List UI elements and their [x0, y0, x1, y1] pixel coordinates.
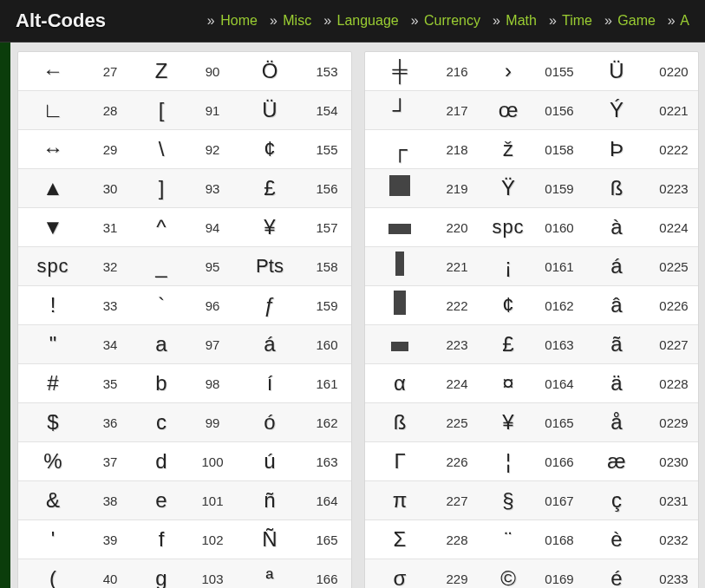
code-cell: 154	[304, 103, 349, 118]
code-cell: 0228	[651, 376, 696, 391]
glyph-cell: á	[235, 332, 304, 356]
code-cell: 95	[190, 259, 235, 274]
code-cell: 96	[190, 298, 235, 313]
glyph-cell: œ	[480, 98, 537, 122]
glyph-cell: ú	[235, 449, 304, 474]
code-cell: 100	[190, 454, 235, 469]
table-row: ┘217œ0156Ý0221	[365, 91, 698, 130]
glyph-cell: &	[18, 488, 88, 513]
code-cell: 229	[434, 572, 480, 586]
glyph-cell: ©	[480, 566, 537, 588]
table-row: 220spc0160à0224	[365, 208, 698, 247]
code-cell: 225	[434, 415, 480, 430]
glyph-cell: á	[582, 254, 651, 278]
code-cell: 0162	[537, 298, 582, 313]
glyph-cell: ¨	[480, 527, 537, 552]
code-cell: 99	[190, 415, 235, 430]
code-cell: 0226	[651, 298, 696, 313]
code-cell: 220	[434, 220, 480, 235]
glyph-cell: ∟	[18, 98, 88, 122]
table-row: $36c99ó162	[18, 403, 351, 442]
glyph-cell: $	[18, 410, 88, 434]
glyph-cell: Γ	[365, 449, 434, 474]
code-cell: 0220	[651, 64, 696, 79]
glyph-cell: π	[365, 488, 434, 513]
table-row: 221¡0161á0225	[365, 247, 698, 286]
code-cell: 30	[88, 181, 133, 196]
glyph-cell: "	[18, 332, 88, 356]
glyph-cell: ó	[235, 410, 304, 434]
code-cell: 90	[190, 64, 235, 79]
code-cell: 0224	[651, 220, 696, 235]
glyph-cell: !	[18, 293, 88, 317]
code-cell: 93	[190, 181, 235, 196]
glyph-cell: ƒ	[235, 293, 304, 317]
glyph-cell	[365, 215, 434, 239]
code-cell: 228	[434, 532, 480, 547]
glyph-cell: d	[133, 449, 190, 474]
glyph-cell: ä	[582, 371, 651, 395]
code-cell: 0160	[537, 220, 582, 235]
nav-link-home[interactable]: Home	[220, 13, 258, 28]
nav-link-currency[interactable]: Currency	[424, 13, 480, 28]
glyph-cell: ž	[480, 137, 537, 161]
glyph-cell: g	[133, 566, 190, 588]
alt-code-table-left: ←27Z90Ö153∟28[91Ü154↔29\92¢155▲30]93£156…	[17, 51, 352, 588]
table-row: α224¤0164ä0228	[365, 364, 698, 403]
code-cell: 219	[434, 181, 480, 196]
code-cell: 160	[304, 337, 349, 352]
glyph-cell: ß	[582, 176, 651, 200]
glyph-cell: Ÿ	[480, 176, 537, 200]
code-cell: 102	[190, 532, 235, 547]
glyph-cell: [	[133, 98, 190, 122]
glyph-cell: _	[133, 254, 190, 278]
code-cell: 36	[88, 415, 133, 430]
nav-link-more[interactable]: A	[680, 13, 689, 28]
glyph-cell: Ñ	[235, 527, 304, 552]
code-cell: 28	[88, 103, 133, 118]
code-cell: 103	[190, 572, 235, 586]
glyph-cell: £	[480, 332, 537, 356]
glyph-cell: '	[18, 527, 88, 552]
code-cell: 155	[304, 142, 349, 157]
topbar: Alt-Codes » Home» Misc» Language» Curren…	[0, 0, 705, 42]
code-cell: 29	[88, 142, 133, 157]
table-row: ↔29\92¢155	[18, 130, 351, 169]
table-row: "34a97á160	[18, 325, 351, 364]
table-row: Σ228¨0168è0232	[365, 520, 698, 559]
glyph-cell: £	[235, 176, 304, 200]
glyph-cell	[365, 291, 434, 320]
glyph-cell: σ	[365, 566, 434, 588]
glyph-cell: c	[133, 410, 190, 434]
code-cell: 222	[434, 298, 480, 313]
glyph-cell: ↔	[18, 137, 88, 161]
glyph-cell	[365, 175, 434, 201]
code-cell: 0230	[651, 454, 696, 469]
nav-link-language[interactable]: Language	[337, 13, 399, 28]
table-row: ß225¥0165å0229	[365, 403, 698, 442]
nav-link-misc[interactable]: Misc	[283, 13, 311, 28]
code-cell: 216	[434, 64, 480, 79]
code-cell: 0167	[537, 493, 582, 508]
nav-link-math[interactable]: Math	[506, 13, 537, 28]
brand-logo[interactable]: Alt-Codes	[16, 10, 106, 32]
glyph-cell: ¥	[480, 410, 537, 434]
code-cell: 91	[190, 103, 235, 118]
glyph-cell: ¤	[480, 371, 537, 395]
code-cell: 94	[190, 220, 235, 235]
nav-link-time[interactable]: Time	[562, 13, 592, 28]
glyph-cell: ┘	[365, 98, 434, 122]
nav-link-game[interactable]: Game	[617, 13, 656, 28]
code-cell: 158	[304, 259, 349, 274]
table-row: '39f102Ñ165	[18, 520, 351, 559]
glyph-cell: ç	[582, 488, 651, 513]
glyph-cell	[365, 252, 434, 281]
table-row: 222¢0162â0226	[365, 286, 698, 325]
code-cell: 159	[304, 298, 349, 313]
table-row: ┌218ž0158Þ0222	[365, 130, 698, 169]
glyph-cell: ñ	[235, 488, 304, 513]
glyph-cell: ›	[480, 59, 537, 83]
glyph-cell: ª	[235, 566, 304, 588]
glyph-cell: #	[18, 371, 88, 395]
glyph-cell: a	[133, 332, 190, 356]
